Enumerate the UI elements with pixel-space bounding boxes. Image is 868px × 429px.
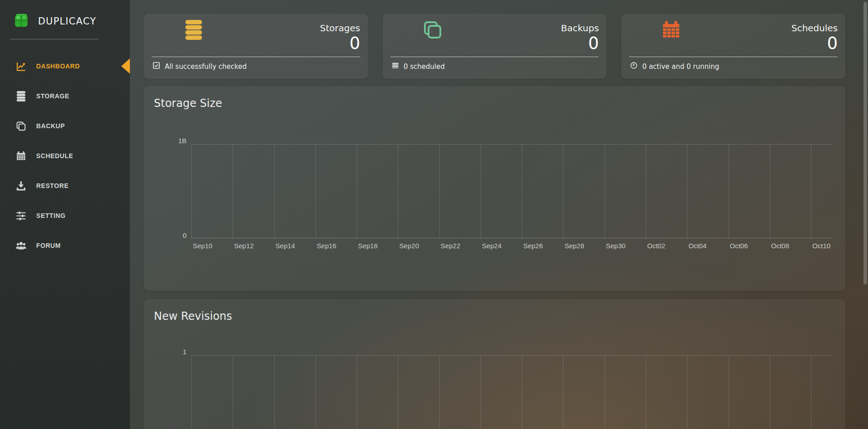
sidebar-menu: DASHBOARD STORAGE BACKUP SCHEDULE RES bbox=[0, 51, 130, 260]
grid-vline bbox=[357, 145, 357, 238]
grid-vline bbox=[646, 145, 646, 238]
sidebar: DUPLICACY DASHBOARD STORAGE BACKUP bbox=[0, 0, 130, 429]
database-icon bbox=[15, 90, 27, 102]
grid-vline bbox=[811, 145, 811, 238]
main-content: Storages 0 All successfully checked Back… bbox=[130, 0, 868, 429]
grid-vline bbox=[315, 356, 316, 429]
x-tick-label: Sep28 bbox=[564, 242, 584, 250]
grid-vline bbox=[439, 356, 440, 429]
grid-vline bbox=[522, 145, 522, 238]
stat-cards-row: Storages 0 All successfully checked Back… bbox=[144, 14, 845, 79]
card-value: 0 bbox=[349, 34, 360, 53]
grid-vline bbox=[191, 145, 192, 238]
sidebar-item-label: FORUM bbox=[36, 242, 61, 249]
new-revisions-panel: New Revisions 1 bbox=[144, 299, 845, 429]
sidebar-item-dashboard[interactable]: DASHBOARD bbox=[0, 51, 130, 81]
grid-vline bbox=[770, 145, 770, 238]
grid-vline bbox=[563, 145, 563, 238]
grid-vline bbox=[729, 145, 729, 238]
card-status: 0 scheduled bbox=[391, 62, 445, 71]
x-tick-label: Oct02 bbox=[647, 242, 665, 250]
x-tick-label: Oct04 bbox=[688, 242, 706, 250]
card-divider bbox=[391, 57, 599, 57]
grid-vline bbox=[274, 356, 275, 429]
sidebar-item-restore[interactable]: RESTORE bbox=[0, 171, 130, 201]
card-title: Storages bbox=[320, 23, 360, 34]
list-icon bbox=[391, 62, 399, 71]
sidebar-item-forum[interactable]: FORUM bbox=[0, 231, 130, 260]
card-status-text: 0 scheduled bbox=[404, 63, 445, 71]
x-tick-label: Sep26 bbox=[523, 242, 543, 250]
storage-size-panel: Storage Size 1B 0 Sep10Sep12Sep14Sep16Se… bbox=[144, 86, 845, 291]
x-tick-label: Sep22 bbox=[441, 242, 460, 250]
grid-vline bbox=[811, 356, 811, 429]
grid-vline bbox=[605, 356, 605, 429]
grid-vline bbox=[398, 145, 398, 238]
storage-size-plot-area bbox=[191, 144, 831, 238]
card-value: 0 bbox=[588, 34, 599, 53]
grid-vline bbox=[233, 356, 233, 429]
card-title: Schedules bbox=[792, 23, 838, 34]
sidebar-item-label: RESTORE bbox=[36, 182, 69, 189]
chart-line-icon bbox=[15, 60, 27, 72]
storages-card: Storages 0 All successfully checked bbox=[144, 14, 368, 79]
card-value: 0 bbox=[827, 34, 838, 53]
duplicacy-cube-logo-icon bbox=[13, 12, 30, 30]
card-status-text: 0 active and 0 running bbox=[642, 63, 719, 71]
grid-vline bbox=[357, 356, 357, 429]
sidebar-item-label: BACKUP bbox=[36, 122, 65, 130]
sliders-icon bbox=[15, 210, 27, 222]
x-tick-label: Sep12 bbox=[234, 242, 253, 250]
grid-vline bbox=[439, 145, 440, 238]
new-revisions-plot-area bbox=[191, 355, 831, 429]
x-tick-label: Sep18 bbox=[358, 242, 377, 250]
grid-vline bbox=[729, 356, 729, 429]
database-icon bbox=[183, 19, 205, 41]
sidebar-item-label: SETTING bbox=[36, 212, 66, 219]
grid-vline bbox=[481, 356, 481, 429]
x-tick-label: Sep16 bbox=[317, 242, 336, 250]
calendar-icon bbox=[15, 150, 27, 162]
scrollbar-thumb[interactable] bbox=[863, 2, 867, 284]
new-revisions-chart-title: New Revisions bbox=[154, 310, 232, 323]
x-tick-label: Sep20 bbox=[399, 242, 419, 250]
calendar-icon bbox=[660, 19, 682, 41]
grid-vline bbox=[398, 356, 398, 429]
brand: DUPLICACY bbox=[13, 12, 96, 30]
card-title: Backups bbox=[561, 23, 599, 34]
grid-vline bbox=[605, 145, 605, 238]
sidebar-divider bbox=[10, 39, 98, 39]
grid-vline bbox=[770, 356, 770, 429]
grid-vline bbox=[233, 145, 233, 238]
clone-icon bbox=[15, 120, 27, 132]
grid-vline bbox=[687, 145, 687, 238]
schedules-card: Schedules 0 0 active and 0 running bbox=[621, 14, 845, 79]
x-tick-label: Oct06 bbox=[730, 242, 748, 250]
x-tick-label: Oct10 bbox=[812, 242, 830, 250]
card-divider bbox=[629, 57, 838, 57]
sidebar-item-backup[interactable]: BACKUP bbox=[0, 111, 130, 141]
grid-vline bbox=[274, 145, 275, 238]
backups-card: Backups 0 0 scheduled bbox=[383, 14, 607, 79]
brand-title: DUPLICACY bbox=[38, 16, 96, 27]
grid-vline bbox=[315, 145, 316, 238]
active-item-arrow-icon bbox=[121, 58, 130, 74]
storage-size-chart-title: Storage Size bbox=[154, 97, 222, 110]
x-tick-label: Sep14 bbox=[276, 242, 295, 250]
grid-vline bbox=[481, 145, 481, 238]
sidebar-item-setting[interactable]: SETTING bbox=[0, 201, 130, 231]
x-tick-label: Sep30 bbox=[606, 242, 625, 250]
card-divider bbox=[152, 57, 360, 57]
x-tick-label: Sep24 bbox=[482, 242, 501, 250]
y-tick-label: 1 bbox=[155, 348, 186, 356]
y-tick-label: 1B bbox=[155, 137, 186, 145]
sidebar-item-storage[interactable]: STORAGE bbox=[0, 81, 130, 111]
clone-icon bbox=[422, 19, 444, 41]
sidebar-item-label: SCHEDULE bbox=[36, 152, 73, 159]
grid-vline bbox=[687, 356, 687, 429]
sidebar-item-schedule[interactable]: SCHEDULE bbox=[0, 141, 130, 171]
users-icon bbox=[15, 240, 27, 251]
x-tick-label: Sep10 bbox=[193, 242, 212, 250]
sidebar-item-label: STORAGE bbox=[36, 92, 69, 100]
card-status: All successfully checked bbox=[153, 62, 247, 71]
